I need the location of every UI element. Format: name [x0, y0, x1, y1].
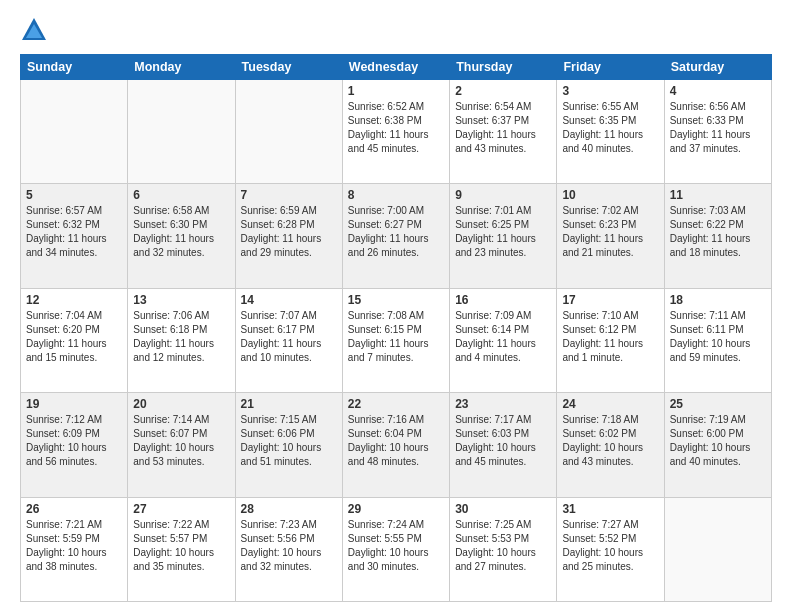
calendar-day-cell: 7Sunrise: 6:59 AMSunset: 6:28 PMDaylight… — [235, 184, 342, 288]
cell-info: Sunrise: 7:08 AMSunset: 6:15 PMDaylight:… — [348, 309, 444, 365]
calendar-day-cell: 11Sunrise: 7:03 AMSunset: 6:22 PMDayligh… — [664, 184, 771, 288]
cell-info: Sunrise: 6:52 AMSunset: 6:38 PMDaylight:… — [348, 100, 444, 156]
weekday-header: Sunday — [21, 55, 128, 80]
calendar-table: SundayMondayTuesdayWednesdayThursdayFrid… — [20, 54, 772, 602]
cell-info: Sunrise: 6:55 AMSunset: 6:35 PMDaylight:… — [562, 100, 658, 156]
day-number: 21 — [241, 397, 337, 411]
day-number: 25 — [670, 397, 766, 411]
cell-info: Sunrise: 7:10 AMSunset: 6:12 PMDaylight:… — [562, 309, 658, 365]
cell-info: Sunrise: 7:17 AMSunset: 6:03 PMDaylight:… — [455, 413, 551, 469]
cell-info: Sunrise: 7:15 AMSunset: 6:06 PMDaylight:… — [241, 413, 337, 469]
calendar-day-cell: 22Sunrise: 7:16 AMSunset: 6:04 PMDayligh… — [342, 393, 449, 497]
day-number: 7 — [241, 188, 337, 202]
day-number: 8 — [348, 188, 444, 202]
logo-icon — [20, 16, 48, 44]
calendar-day-cell: 27Sunrise: 7:22 AMSunset: 5:57 PMDayligh… — [128, 497, 235, 601]
day-number: 2 — [455, 84, 551, 98]
cell-info: Sunrise: 7:06 AMSunset: 6:18 PMDaylight:… — [133, 309, 229, 365]
day-number: 16 — [455, 293, 551, 307]
cell-info: Sunrise: 7:14 AMSunset: 6:07 PMDaylight:… — [133, 413, 229, 469]
calendar-day-cell: 4Sunrise: 6:56 AMSunset: 6:33 PMDaylight… — [664, 80, 771, 184]
logo — [20, 16, 52, 44]
calendar-week-row: 5Sunrise: 6:57 AMSunset: 6:32 PMDaylight… — [21, 184, 772, 288]
calendar-day-cell: 13Sunrise: 7:06 AMSunset: 6:18 PMDayligh… — [128, 288, 235, 392]
calendar-day-cell: 1Sunrise: 6:52 AMSunset: 6:38 PMDaylight… — [342, 80, 449, 184]
cell-info: Sunrise: 7:19 AMSunset: 6:00 PMDaylight:… — [670, 413, 766, 469]
cell-info: Sunrise: 6:56 AMSunset: 6:33 PMDaylight:… — [670, 100, 766, 156]
calendar-day-cell: 9Sunrise: 7:01 AMSunset: 6:25 PMDaylight… — [450, 184, 557, 288]
weekday-header: Monday — [128, 55, 235, 80]
cell-info: Sunrise: 6:59 AMSunset: 6:28 PMDaylight:… — [241, 204, 337, 260]
day-number: 3 — [562, 84, 658, 98]
calendar-day-cell: 23Sunrise: 7:17 AMSunset: 6:03 PMDayligh… — [450, 393, 557, 497]
calendar-day-cell: 5Sunrise: 6:57 AMSunset: 6:32 PMDaylight… — [21, 184, 128, 288]
day-number: 19 — [26, 397, 122, 411]
cell-info: Sunrise: 7:25 AMSunset: 5:53 PMDaylight:… — [455, 518, 551, 574]
day-number: 11 — [670, 188, 766, 202]
calendar-day-cell: 10Sunrise: 7:02 AMSunset: 6:23 PMDayligh… — [557, 184, 664, 288]
day-number: 24 — [562, 397, 658, 411]
day-number: 15 — [348, 293, 444, 307]
weekday-header: Thursday — [450, 55, 557, 80]
day-number: 10 — [562, 188, 658, 202]
calendar-header-row: SundayMondayTuesdayWednesdayThursdayFrid… — [21, 55, 772, 80]
cell-info: Sunrise: 7:01 AMSunset: 6:25 PMDaylight:… — [455, 204, 551, 260]
day-number: 26 — [26, 502, 122, 516]
day-number: 1 — [348, 84, 444, 98]
day-number: 20 — [133, 397, 229, 411]
cell-info: Sunrise: 6:57 AMSunset: 6:32 PMDaylight:… — [26, 204, 122, 260]
day-number: 31 — [562, 502, 658, 516]
day-number: 4 — [670, 84, 766, 98]
calendar-day-cell — [235, 80, 342, 184]
day-number: 27 — [133, 502, 229, 516]
day-number: 18 — [670, 293, 766, 307]
calendar-day-cell: 3Sunrise: 6:55 AMSunset: 6:35 PMDaylight… — [557, 80, 664, 184]
cell-info: Sunrise: 7:00 AMSunset: 6:27 PMDaylight:… — [348, 204, 444, 260]
cell-info: Sunrise: 7:07 AMSunset: 6:17 PMDaylight:… — [241, 309, 337, 365]
cell-info: Sunrise: 7:11 AMSunset: 6:11 PMDaylight:… — [670, 309, 766, 365]
calendar-day-cell: 15Sunrise: 7:08 AMSunset: 6:15 PMDayligh… — [342, 288, 449, 392]
weekday-header: Saturday — [664, 55, 771, 80]
calendar-day-cell: 20Sunrise: 7:14 AMSunset: 6:07 PMDayligh… — [128, 393, 235, 497]
day-number: 23 — [455, 397, 551, 411]
calendar-day-cell: 14Sunrise: 7:07 AMSunset: 6:17 PMDayligh… — [235, 288, 342, 392]
calendar-day-cell: 19Sunrise: 7:12 AMSunset: 6:09 PMDayligh… — [21, 393, 128, 497]
cell-info: Sunrise: 7:27 AMSunset: 5:52 PMDaylight:… — [562, 518, 658, 574]
day-number: 12 — [26, 293, 122, 307]
day-number: 17 — [562, 293, 658, 307]
cell-info: Sunrise: 7:24 AMSunset: 5:55 PMDaylight:… — [348, 518, 444, 574]
day-number: 30 — [455, 502, 551, 516]
day-number: 22 — [348, 397, 444, 411]
calendar-day-cell: 30Sunrise: 7:25 AMSunset: 5:53 PMDayligh… — [450, 497, 557, 601]
day-number: 13 — [133, 293, 229, 307]
cell-info: Sunrise: 7:12 AMSunset: 6:09 PMDaylight:… — [26, 413, 122, 469]
calendar-day-cell — [664, 497, 771, 601]
calendar-day-cell: 21Sunrise: 7:15 AMSunset: 6:06 PMDayligh… — [235, 393, 342, 497]
cell-info: Sunrise: 6:54 AMSunset: 6:37 PMDaylight:… — [455, 100, 551, 156]
calendar-day-cell: 25Sunrise: 7:19 AMSunset: 6:00 PMDayligh… — [664, 393, 771, 497]
page-header — [20, 16, 772, 44]
day-number: 5 — [26, 188, 122, 202]
calendar-day-cell — [21, 80, 128, 184]
cell-info: Sunrise: 7:22 AMSunset: 5:57 PMDaylight:… — [133, 518, 229, 574]
calendar-day-cell: 17Sunrise: 7:10 AMSunset: 6:12 PMDayligh… — [557, 288, 664, 392]
weekday-header: Tuesday — [235, 55, 342, 80]
cell-info: Sunrise: 6:58 AMSunset: 6:30 PMDaylight:… — [133, 204, 229, 260]
cell-info: Sunrise: 7:16 AMSunset: 6:04 PMDaylight:… — [348, 413, 444, 469]
calendar-day-cell: 2Sunrise: 6:54 AMSunset: 6:37 PMDaylight… — [450, 80, 557, 184]
calendar-day-cell: 18Sunrise: 7:11 AMSunset: 6:11 PMDayligh… — [664, 288, 771, 392]
calendar-day-cell: 28Sunrise: 7:23 AMSunset: 5:56 PMDayligh… — [235, 497, 342, 601]
calendar-day-cell: 6Sunrise: 6:58 AMSunset: 6:30 PMDaylight… — [128, 184, 235, 288]
calendar-week-row: 1Sunrise: 6:52 AMSunset: 6:38 PMDaylight… — [21, 80, 772, 184]
weekday-header: Friday — [557, 55, 664, 80]
calendar-day-cell: 24Sunrise: 7:18 AMSunset: 6:02 PMDayligh… — [557, 393, 664, 497]
calendar-week-row: 12Sunrise: 7:04 AMSunset: 6:20 PMDayligh… — [21, 288, 772, 392]
day-number: 6 — [133, 188, 229, 202]
calendar-day-cell: 16Sunrise: 7:09 AMSunset: 6:14 PMDayligh… — [450, 288, 557, 392]
cell-info: Sunrise: 7:09 AMSunset: 6:14 PMDaylight:… — [455, 309, 551, 365]
calendar-day-cell — [128, 80, 235, 184]
cell-info: Sunrise: 7:21 AMSunset: 5:59 PMDaylight:… — [26, 518, 122, 574]
day-number: 14 — [241, 293, 337, 307]
calendar-day-cell: 29Sunrise: 7:24 AMSunset: 5:55 PMDayligh… — [342, 497, 449, 601]
calendar-day-cell: 31Sunrise: 7:27 AMSunset: 5:52 PMDayligh… — [557, 497, 664, 601]
